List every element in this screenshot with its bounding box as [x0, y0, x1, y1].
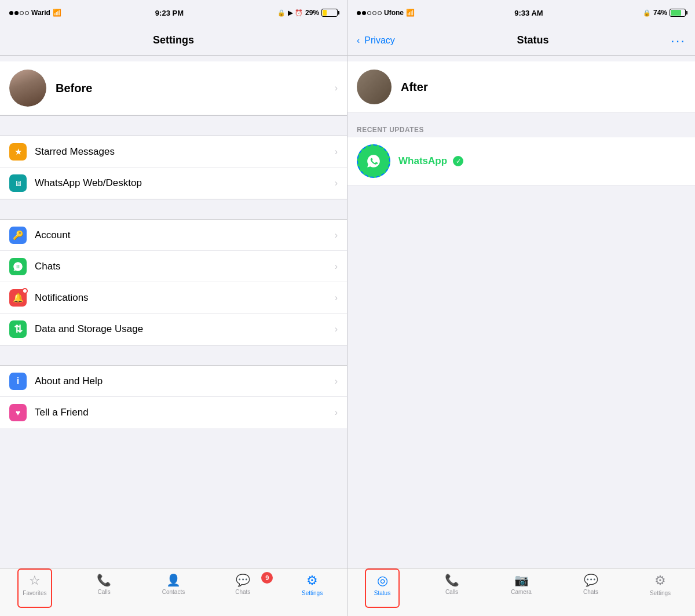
data-icon: ⇅	[9, 320, 27, 338]
list-item-webdesktop[interactable]: 🖥 WhatsApp Web/Desktop ›	[0, 167, 347, 199]
left-spacer	[0, 428, 347, 568]
chats-tab-icon-right: 💬	[584, 573, 598, 587]
right-lock-icon: 🔒	[643, 9, 651, 17]
tab-settings-left[interactable]: ⚙ Settings	[277, 573, 347, 596]
whatsapp-avatar-outer	[357, 144, 390, 178]
right-panel: Ufone 📶 9:33 AM 🔒 74% ‹ Privacy Status ·…	[348, 0, 695, 616]
left-profile-chevron: ›	[335, 83, 338, 93]
about-icon: i	[9, 373, 27, 390]
chats-settings-chevron: ›	[335, 261, 338, 272]
status-tab-label: Status	[374, 590, 390, 596]
left-time: 9:23 PM	[155, 9, 184, 17]
right-profile-section[interactable]: After	[348, 61, 695, 113]
list-item-about[interactable]: i About and Help ›	[0, 366, 347, 397]
list-item-friend[interactable]: ♥ Tell a Friend ›	[0, 397, 347, 428]
about-label: About and Help	[35, 376, 327, 387]
whatsapp-name-row: WhatsApp ✓	[398, 155, 463, 167]
calls-tab-icon-left: 📞	[97, 573, 111, 587]
dot3	[20, 11, 24, 15]
right-avatar	[357, 70, 392, 104]
left-panel: Warid 📶 9:23 PM 🔒 ▶ ⏰ 29% Settings Befor…	[0, 0, 348, 616]
privacy-link[interactable]: Privacy	[364, 35, 394, 46]
quick-links-section: ★ Starred Messages › 🖥 WhatsApp Web/Desk…	[0, 136, 347, 199]
dot2	[14, 11, 19, 15]
contacts-tab-icon: 👤	[166, 573, 181, 587]
rdot3	[367, 11, 371, 15]
list-item-data[interactable]: ⇅ Data and Storage Usage ›	[0, 314, 347, 345]
battery-fill-left	[323, 10, 327, 16]
right-battery-percent: 74%	[653, 9, 667, 17]
chats-tab-icon-left: 💬	[236, 573, 250, 587]
carrier-name: Warid	[31, 9, 50, 17]
left-nav-bar: Settings	[0, 25, 347, 56]
tab-camera[interactable]: 📷 Camera	[487, 573, 556, 595]
tab-favorites[interactable]: ☆ Favorites	[0, 573, 70, 596]
data-chevron: ›	[335, 324, 338, 334]
whatsapp-name: WhatsApp	[398, 155, 447, 167]
tab-calls-right[interactable]: 📞 Calls	[417, 573, 487, 595]
location-icon: ▶	[288, 9, 292, 17]
calls-tab-label-right: Calls	[445, 589, 458, 595]
calls-tab-icon-right: 📞	[445, 573, 459, 587]
list-item-notifications[interactable]: 🔔 Notifications ›	[0, 282, 347, 314]
tab-calls-left[interactable]: 📞 Calls	[70, 573, 139, 595]
left-tab-bar: ☆ Favorites 📞 Calls 👤 Contacts 💬 9 Chats…	[0, 568, 347, 616]
dot1	[9, 11, 13, 15]
notifications-icon: 🔔	[9, 289, 27, 307]
settings-tab-label-right: Settings	[650, 590, 671, 596]
tab-settings-right[interactable]: ⚙ Settings	[626, 573, 695, 596]
tab-chats-right[interactable]: 💬 Chats	[556, 573, 626, 595]
whatsapp-update-item[interactable]: WhatsApp ✓	[348, 137, 695, 185]
right-status-bar: Ufone 📶 9:33 AM 🔒 74%	[348, 0, 695, 25]
left-battery-info: 🔒 ▶ ⏰ 29%	[277, 9, 338, 17]
misc-list-section: i About and Help › ♥ Tell a Friend ›	[0, 366, 347, 428]
left-avatar	[9, 70, 46, 107]
rdot5	[378, 11, 382, 15]
camera-tab-icon: 📷	[514, 573, 529, 587]
whatsapp-avatar-container	[357, 144, 390, 178]
list-item-account[interactable]: 🔑 Account ›	[0, 220, 347, 251]
about-chevron: ›	[335, 376, 338, 387]
more-options-button[interactable]: ···	[671, 32, 686, 49]
left-profile-name: Before	[56, 82, 325, 95]
favorites-tab-label: Favorites	[23, 590, 46, 596]
privacy-back-button[interactable]: ‹	[357, 35, 360, 46]
left-nav-title: Settings	[153, 34, 194, 46]
account-chevron: ›	[335, 230, 338, 240]
webdesktop-label: WhatsApp Web/Desktop	[35, 177, 327, 189]
tab-chats-left[interactable]: 💬 9 Chats	[208, 573, 277, 595]
chats-tab-label-left: Chats	[235, 589, 250, 595]
data-label: Data and Storage Usage	[35, 323, 327, 335]
right-nav-title: Status	[395, 34, 671, 46]
rdot1	[357, 11, 361, 15]
chats-settings-label: Chats	[35, 261, 327, 272]
left-carrier-info: Warid 📶	[9, 9, 61, 17]
lock-icon: 🔒	[277, 9, 286, 17]
friend-icon: ♥	[9, 404, 27, 421]
friend-chevron: ›	[335, 407, 338, 418]
rdot2	[362, 11, 366, 15]
section-divider-3	[0, 345, 347, 366]
tab-status[interactable]: ◎ Status	[348, 573, 417, 596]
list-item-starred[interactable]: ★ Starred Messages ›	[0, 136, 347, 167]
right-empty-area	[348, 185, 695, 568]
settings-tab-label-left: Settings	[302, 590, 323, 596]
status-tab-icon: ◎	[377, 573, 388, 588]
notifications-chevron: ›	[335, 293, 338, 303]
left-profile-section[interactable]: Before ›	[0, 61, 347, 115]
tab-contacts[interactable]: 👤 Contacts	[139, 573, 209, 595]
webdesktop-chevron: ›	[335, 178, 338, 188]
whatsapp-logo-icon	[366, 154, 381, 169]
battery-percent-left: 29%	[305, 9, 319, 17]
list-item-chats[interactable]: Chats ›	[0, 251, 347, 282]
starred-icon: ★	[9, 143, 27, 161]
friend-label: Tell a Friend	[35, 407, 327, 418]
right-time: 9:33 AM	[514, 9, 543, 17]
top-divider-left	[0, 56, 347, 61]
top-divider-right	[348, 56, 695, 61]
dot4	[25, 11, 29, 15]
right-carrier-info: Ufone 📶	[357, 9, 415, 17]
left-status-bar: Warid 📶 9:23 PM 🔒 ▶ ⏰ 29%	[0, 0, 347, 25]
alarm-icon: ⏰	[295, 9, 303, 17]
recent-updates-header: RECENT UPDATES	[348, 119, 695, 137]
